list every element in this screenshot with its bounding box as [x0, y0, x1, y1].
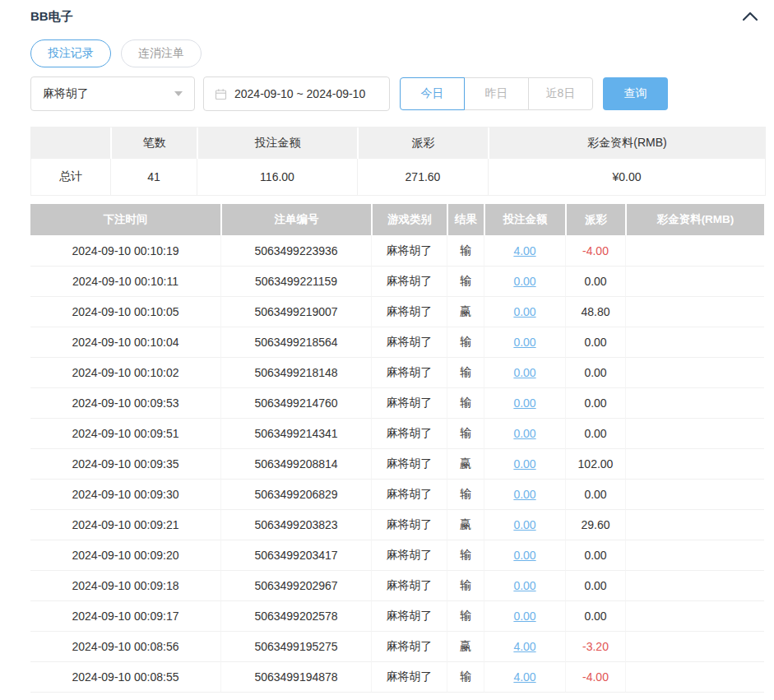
order-no-cell: 5063499208814	[220, 448, 371, 479]
bet-amount-link[interactable]: 0.00	[513, 305, 535, 318]
result-cell: 赢	[447, 296, 484, 327]
summary-col-empty	[31, 127, 110, 159]
chevron-down-icon	[174, 91, 183, 96]
search-button[interactable]: 查询	[603, 77, 668, 110]
bet-time-cell: 2024-09-10 00:10:02	[30, 357, 220, 387]
records-col-order-no: 注单编号	[220, 204, 371, 235]
order-no-cell: 5063499203823	[220, 509, 371, 540]
summary-payout-value: 271.60	[357, 159, 488, 195]
bet-amount-link[interactable]: 4.00	[513, 640, 535, 653]
game-type-cell: 麻将胡了	[371, 600, 447, 631]
bet-amount-cell: 4.00	[484, 235, 565, 266]
bet-amount-cell: 0.00	[484, 570, 565, 600]
game-type-cell: 麻将胡了	[371, 631, 447, 661]
bet-amount-cell: 0.00	[484, 540, 565, 570]
result-cell: 输	[447, 418, 484, 448]
bonus-cell	[625, 327, 764, 357]
bonus-cell	[625, 540, 764, 570]
quick-range-yesterday-button[interactable]: 昨日	[464, 77, 529, 110]
bet-amount-link[interactable]: 0.00	[513, 427, 535, 440]
summary-count-value: 41	[110, 159, 197, 195]
payout-cell: 0.00	[565, 540, 625, 570]
bet-time-cell: 2024-09-10 00:10:04	[30, 327, 220, 357]
result-cell: 输	[447, 540, 484, 570]
betting-records-panel: BB电子 投注记录 连消注单 麻将胡了 2024-09-10 ~ 2024-09…	[0, 0, 774, 693]
summary-table: 笔数 投注金额 派彩 彩金资料(RMB) 总计 41 116.00 271.60…	[30, 127, 766, 196]
order-no-cell: 5063499218564	[220, 327, 371, 357]
order-no-cell: 5063499203417	[220, 540, 371, 570]
quick-range-today-button[interactable]: 今日	[400, 77, 465, 110]
bet-amount-link[interactable]: 0.00	[513, 366, 535, 379]
result-cell: 赢	[447, 509, 484, 540]
summary-bonus-value: ¥0.00	[488, 159, 765, 195]
records-table: 下注时间 注单编号 游戏类别 结果 投注金额 派彩 彩金资料(RMB) 2024…	[30, 204, 764, 693]
bonus-cell	[625, 266, 764, 296]
tab-betting-records[interactable]: 投注记录	[30, 39, 111, 67]
bet-amount-link[interactable]: 0.00	[513, 518, 535, 531]
order-no-cell: 5063499194878	[220, 661, 371, 692]
bonus-cell	[625, 448, 764, 479]
bonus-cell	[625, 418, 764, 448]
game-select-value: 麻将胡了	[43, 86, 89, 101]
game-type-cell: 麻将胡了	[371, 540, 447, 570]
bet-amount-link[interactable]: 0.00	[513, 275, 535, 288]
payout-cell: 0.00	[565, 357, 625, 387]
bet-amount-link[interactable]: 4.00	[513, 244, 535, 257]
result-cell: 输	[447, 600, 484, 631]
result-cell: 赢	[447, 631, 484, 661]
summary-total-row: 总计 41 116.00 271.60 ¥0.00	[31, 159, 765, 195]
bet-amount-link[interactable]: 0.00	[513, 488, 535, 501]
result-cell: 输	[447, 661, 484, 692]
game-type-cell: 麻将胡了	[371, 448, 447, 479]
payout-cell: 0.00	[565, 387, 625, 418]
date-range-input[interactable]: 2024-09-10 ~ 2024-09-10	[203, 76, 390, 111]
bet-amount-link[interactable]: 0.00	[513, 396, 535, 410]
records-col-payout: 派彩	[565, 204, 625, 235]
payout-cell: 48.80	[565, 296, 625, 327]
game-select[interactable]: 麻将胡了	[30, 76, 195, 111]
bet-amount-link[interactable]: 4.00	[513, 670, 535, 684]
payout-cell: 0.00	[565, 600, 625, 631]
bet-amount-cell: 0.00	[484, 448, 565, 479]
payout-cell: 0.00	[565, 479, 625, 509]
bonus-cell	[625, 631, 764, 661]
records-col-bonus: 彩金资料(RMB)	[625, 204, 764, 235]
tab-bar: 投注记录 连消注单	[30, 39, 764, 67]
bet-amount-link[interactable]: 0.00	[513, 457, 535, 471]
bet-time-cell: 2024-09-10 00:08:56	[30, 631, 220, 661]
result-cell: 输	[447, 266, 484, 296]
result-cell: 输	[447, 235, 484, 266]
summary-header-row: 笔数 投注金额 派彩 彩金资料(RMB)	[31, 127, 765, 159]
bet-amount-cell: 0.00	[484, 327, 565, 357]
date-range-value: 2024-09-10 ~ 2024-09-10	[234, 87, 365, 100]
table-row: 2024-09-10 00:09:18 5063499202967 麻将胡了 输…	[30, 570, 764, 600]
bet-amount-link[interactable]: 0.00	[513, 336, 535, 349]
bet-amount-link[interactable]: 0.00	[513, 610, 535, 623]
bonus-cell	[625, 296, 764, 327]
bet-time-cell: 2024-09-10 00:10:19	[30, 235, 220, 266]
bet-amount-link[interactable]: 0.00	[513, 579, 535, 592]
bet-time-cell: 2024-09-10 00:09:21	[30, 509, 220, 540]
bet-amount-cell: 0.00	[484, 387, 565, 418]
result-cell: 输	[447, 327, 484, 357]
bonus-cell	[625, 600, 764, 631]
payout-cell: -4.00	[565, 235, 625, 266]
table-row: 2024-09-10 00:10:04 5063499218564 麻将胡了 输…	[30, 327, 764, 357]
game-type-cell: 麻将胡了	[371, 327, 447, 357]
order-no-cell: 5063499202967	[220, 570, 371, 600]
bonus-cell	[625, 509, 764, 540]
quick-range-last8days-button[interactable]: 近8日	[528, 77, 593, 110]
tab-cancelled-orders[interactable]: 连消注单	[121, 39, 202, 67]
game-type-cell: 麻将胡了	[371, 296, 447, 327]
summary-total-label: 总计	[31, 159, 110, 195]
payout-cell: -4.00	[565, 661, 625, 692]
table-row: 2024-09-10 00:09:17 5063499202578 麻将胡了 输…	[30, 600, 764, 631]
collapse-panel-button[interactable]	[739, 8, 761, 25]
bet-amount-cell: 0.00	[484, 600, 565, 631]
order-no-cell: 5063499214341	[220, 418, 371, 448]
result-cell: 输	[447, 479, 484, 509]
calendar-icon	[215, 88, 227, 100]
summary-bet-amount-value: 116.00	[197, 159, 357, 195]
game-type-cell: 麻将胡了	[371, 418, 447, 448]
bet-amount-link[interactable]: 0.00	[513, 549, 535, 562]
